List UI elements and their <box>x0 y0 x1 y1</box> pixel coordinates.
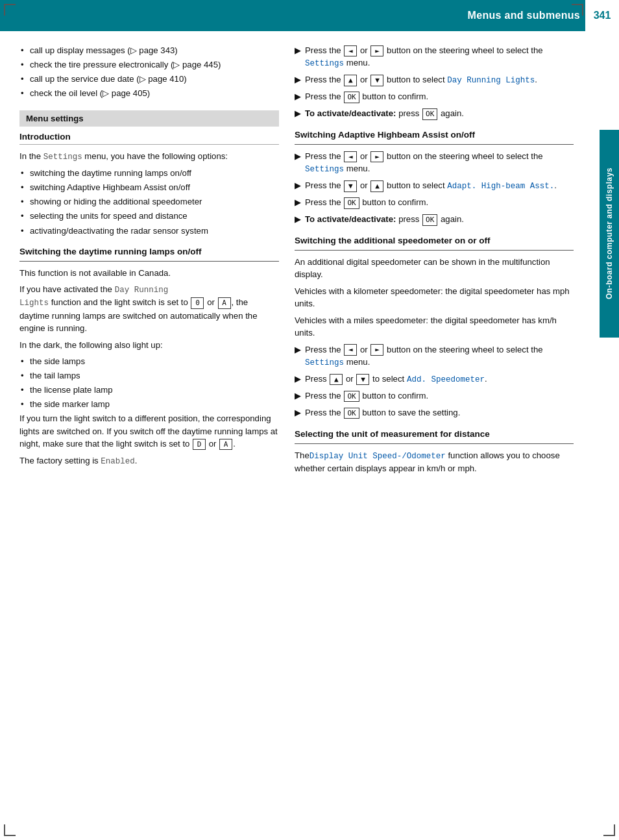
step2-1: ▶ Press the ◄ or ► button on the steerin… <box>295 150 574 175</box>
list-item: activating/deactivating the radar sensor… <box>19 225 279 237</box>
hr-intro <box>19 144 279 145</box>
step3-1: ▶ Press the ◄ or ► button on the steerin… <box>295 343 574 369</box>
arrow-icon: ▶ <box>295 74 301 86</box>
introduction-heading: Introduction <box>19 132 279 142</box>
daytime-para2: If you have activated the Day RunningLig… <box>19 283 279 335</box>
btn-ok2: OK <box>422 108 437 119</box>
display-unit-mono: Display Unit Speed-/Odometer <box>310 452 446 461</box>
side-tab: On-board computer and displays <box>600 130 619 338</box>
step3-3-text: Press the OK button to confirm. <box>305 389 574 402</box>
btn-ok3: OK <box>344 197 359 208</box>
menu-settings-label: Menu settings <box>26 114 84 123</box>
arrow-icon: ▶ <box>295 390 301 402</box>
corner-mark-bottom-right <box>603 824 615 836</box>
btn-left3: ◄ <box>344 344 357 355</box>
activate-label2: To activate/deactivate: <box>305 214 396 224</box>
list-item: check the tire pressure electronically (… <box>19 58 279 71</box>
step3-3: ▶ Press the OK button to confirm. <box>295 389 574 402</box>
section2: Switching Adaptive Highbeam Assist on/of… <box>295 129 574 226</box>
page-container: Menus and submenus 341 On-board computer… <box>0 0 619 840</box>
corner-mark-bottom-left <box>4 824 16 836</box>
step2-1-text: Press the ◄ or ► button on the steering … <box>305 150 574 175</box>
list-item: switching the daytime running lamps on/o… <box>19 167 279 179</box>
section3-para3: Vehicles with a miles speedometer: the d… <box>295 314 574 340</box>
step2-4-text: To activate/deactivate: press OK again. <box>305 213 574 225</box>
section2-heading: Switching Adaptive Highbeam Assist on/of… <box>295 129 574 142</box>
btn-ok: OK <box>344 92 359 103</box>
settings-link3: Settings <box>305 358 344 367</box>
section4-para1: TheDisplay Unit Speed-/Odometer function… <box>295 449 574 475</box>
btn-down3: ▼ <box>356 374 369 385</box>
arrow-icon: ▶ <box>295 407 301 419</box>
day-running-link: Day Running Lights <box>447 76 535 85</box>
section1: ▶ Press the ◄ or ► button on the steerin… <box>295 44 574 120</box>
corner-mark-top-left <box>4 4 16 16</box>
hr-section3 <box>295 250 574 251</box>
settings-link: Settings <box>305 59 344 68</box>
settings-mono: Settings <box>43 153 82 162</box>
step2-3-text: Press the OK button to confirm. <box>305 196 574 208</box>
btn-down: ▼ <box>370 75 383 86</box>
hr-section2 <box>295 144 574 145</box>
list-item: the tail lamps <box>19 369 279 382</box>
btn-right: ► <box>370 45 383 56</box>
intro-bullet-list: call up display messages (▷ page 343) ch… <box>19 44 279 100</box>
side-tab-label: On-board computer and displays <box>605 167 614 299</box>
list-item: the side marker lamp <box>19 398 279 410</box>
adapt-link: Adapt. High-beam Asst. <box>447 182 554 191</box>
daytime-para3: In the dark, the following also light up… <box>19 339 279 351</box>
switching-daytime-heading: Switching the daytime running lamps on/o… <box>19 246 279 258</box>
section4: Selecting the unit of measurement for di… <box>295 428 574 475</box>
arrow-icon: ▶ <box>295 214 301 226</box>
arrow-icon: ▶ <box>295 344 301 356</box>
btn-left2: ◄ <box>344 151 357 162</box>
daytime-para4: If you turn the light switch to a differ… <box>19 412 279 450</box>
step1-3-text: Press the OK button to confirm. <box>305 90 574 103</box>
arrow-icon: ▶ <box>295 197 301 209</box>
step3-4: ▶ Press the OK button to save the settin… <box>295 406 574 419</box>
section3: Switching the additional speedometer on … <box>295 235 574 419</box>
dark-bullet-list: the side lamps the tail lamps the licens… <box>19 355 279 411</box>
hr-daytime <box>19 261 279 262</box>
list-item: the license plate lamp <box>19 384 279 396</box>
options-bullet-list: switching the daytime running lamps on/o… <box>19 167 279 237</box>
list-item: check the oil level (▷ page 405) <box>19 87 279 99</box>
list-item: call up display messages (▷ page 343) <box>19 44 279 56</box>
section3-para1: An additional digital speedometer can be… <box>295 256 574 281</box>
corner-mark-top-right <box>572 4 583 16</box>
section3-para2: Vehicles with a kilometer speedometer: t… <box>295 285 574 310</box>
list-item: selecting the units for speed and distan… <box>19 210 279 222</box>
arrow-icon: ▶ <box>295 151 301 163</box>
arrow-icon: ▶ <box>295 180 301 192</box>
step1-4-text: To activate/deactivate: press OK again. <box>305 107 574 119</box>
left-column: call up display messages (▷ page 343) ch… <box>19 44 279 481</box>
list-item: switching Adaptive Highbeam Assist on/of… <box>19 181 279 193</box>
list-item: showing or hiding the additional speedom… <box>19 195 279 208</box>
hr-section4 <box>295 443 574 444</box>
header-title: Menus and submenus <box>468 10 580 21</box>
step3-2: ▶ Press ▲ or ▼ to select Add. Speedomete… <box>295 373 574 386</box>
btn-ok4: OK <box>422 214 437 225</box>
section3-heading: Switching the additional speedometer on … <box>295 235 574 247</box>
step3-1-text: Press the ◄ or ► button on the steering … <box>305 343 574 369</box>
activate-label: To activate/deactivate: <box>305 108 396 118</box>
step1-1: ▶ Press the ◄ or ► button on the steerin… <box>295 44 574 69</box>
step1-1-text: Press the ◄ or ► button on the steering … <box>305 44 574 69</box>
step1-3: ▶ Press the OK button to confirm. <box>295 90 574 103</box>
btn-a: A <box>218 297 231 308</box>
step2-4: ▶ To activate/deactivate: press OK again… <box>295 213 574 226</box>
btn-down2: ▼ <box>344 180 357 191</box>
day-running-lights-mono: Day RunningLights <box>19 286 168 308</box>
step2-3: ▶ Press the OK button to confirm. <box>295 196 574 209</box>
add-speedometer-link: Add. Speedometer <box>407 375 485 384</box>
settings-link2: Settings <box>305 165 344 174</box>
btn-up2: ▲ <box>370 180 383 191</box>
step2-2-text: Press the ▼ or ▲ button to select Adapt.… <box>305 179 574 192</box>
daytime-para1: This function is not available in Canada… <box>19 267 279 279</box>
page-number: 341 <box>585 0 619 31</box>
btn-right2: ► <box>370 151 383 162</box>
step1-4: ▶ To activate/deactivate: press OK again… <box>295 107 574 120</box>
btn-a2: A <box>219 439 232 450</box>
step2-2: ▶ Press the ▼ or ▲ button to select Adap… <box>295 179 574 192</box>
content-area: call up display messages (▷ page 343) ch… <box>0 31 619 494</box>
